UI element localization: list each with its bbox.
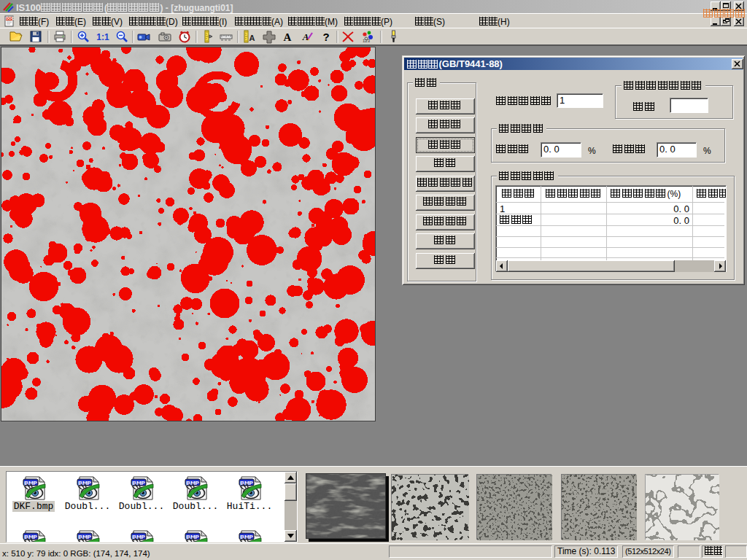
- svg-text:DOC: DOC: [6, 16, 15, 20]
- svg-text:1:1: 1:1: [96, 32, 109, 42]
- svg-text:123: 123: [363, 39, 371, 43]
- svg-text:A: A: [302, 31, 309, 42]
- svg-text:A: A: [249, 34, 255, 42]
- svg-text:?: ?: [322, 31, 329, 43]
- svg-text:A: A: [284, 31, 292, 43]
